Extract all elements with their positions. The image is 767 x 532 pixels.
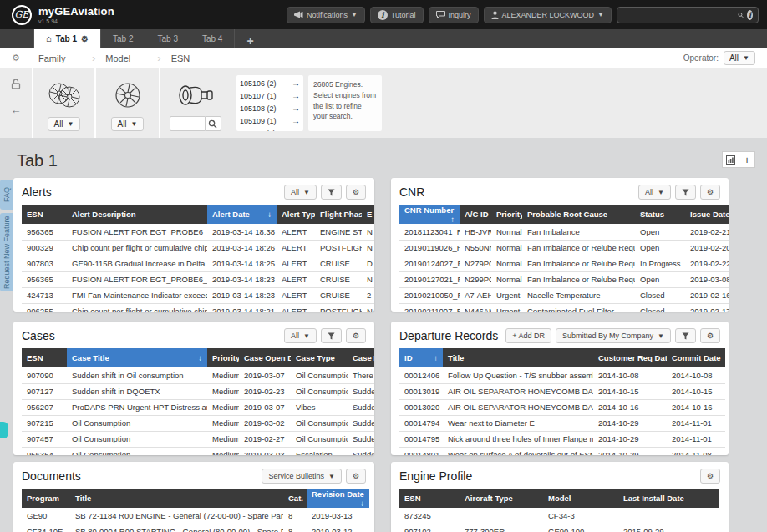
dr-settings-button[interactable]: ⚙: [700, 328, 720, 343]
chart-view-button[interactable]: [722, 151, 739, 168]
table-row[interactable]: 00013020AIR OIL SEPARATOR HONEYCOMB DAMA…: [399, 399, 725, 415]
table-row[interactable]: CF34-10ESB 80-0004 R00 STARTING - Genera…: [22, 524, 369, 532]
column-header[interactable]: Case Type: [291, 348, 348, 367]
table-row[interactable]: 956207ProDAPS PRN Urgent HPT Distress an…: [22, 399, 374, 415]
column-header[interactable]: E: [362, 205, 374, 224]
add-dr-button[interactable]: + Add DR: [505, 328, 551, 343]
dr-funnel-button[interactable]: [675, 328, 696, 343]
table-row[interactable]: 00014801Wear on surface A of dovetails o…: [399, 447, 725, 455]
model-select[interactable]: All ▼: [111, 117, 143, 131]
cases-settings-button[interactable]: ⚙: [346, 328, 366, 343]
select-esn-arrow-icon[interactable]: →: [292, 104, 300, 113]
tab-tab-4[interactable]: Tab 4: [190, 29, 235, 48]
column-header[interactable]: Model: [543, 489, 618, 508]
table-row[interactable]: 873245CF34-3: [399, 508, 719, 524]
table-row[interactable]: 906255Chip count per flight or cumulativ…: [22, 303, 374, 312]
column-header[interactable]: Title: [443, 348, 593, 367]
table-row[interactable]: 20181123041_Rev1HB-JVRNormalFan Imbalanc…: [399, 224, 729, 240]
alerts-funnel-button[interactable]: [321, 185, 342, 200]
table-row[interactable]: 907090Sudden shift in Oil consumptionMed…: [22, 367, 374, 383]
ge-logo[interactable]: GE: [12, 5, 32, 25]
tab-tab-2[interactable]: Tab 2: [101, 29, 145, 48]
table-row[interactable]: 00014795Nick around three holes of Inner…: [399, 431, 725, 447]
esn-list-item[interactable]: 105110 (2)→: [240, 127, 300, 131]
table-row[interactable]: 20190210050_Rev1A7-AEHUrgentNacelle Temp…: [399, 287, 729, 303]
column-header[interactable]: Alert Description: [67, 205, 207, 224]
esn-list-item[interactable]: 105108 (2)→: [240, 102, 300, 114]
table-row[interactable]: 956365FUSION ALERT FOR EGT_PROBE6_INDICA…: [22, 271, 374, 287]
dr-submitted-select[interactable]: Submitted By My Company▼: [556, 328, 671, 343]
operator-select[interactable]: All ▼: [724, 51, 755, 65]
column-header[interactable]: Alert Date↓: [207, 205, 277, 224]
table-row[interactable]: 20190124027_Rev1N279PQNormalFan Imbalanc…: [399, 256, 729, 271]
cnr-funnel-button[interactable]: [675, 185, 696, 200]
filter-settings-gear-icon[interactable]: ⚙: [0, 53, 32, 63]
inquiry-button[interactable]: Inquiry: [429, 7, 479, 23]
table-row[interactable]: 907215Oil ConsumptionMedium2019-03-02Oil…: [22, 415, 374, 431]
column-header[interactable]: Title: [70, 489, 283, 508]
column-header[interactable]: Alert Type: [277, 205, 315, 224]
table-row[interactable]: 907803GE90-115B Gradual Increase in Delt…: [22, 256, 374, 271]
esn-search-input[interactable]: [170, 116, 205, 131]
table-row[interactable]: GE90SB 72-1184 R00 ENGINE - General (72-…: [22, 508, 369, 524]
cases-filter-select[interactable]: All▼: [284, 328, 317, 343]
table-row[interactable]: 907127Sudden shift in DQOETXMedium2019-0…: [22, 383, 374, 399]
esn-list-item[interactable]: 105107 (1)→: [240, 89, 300, 102]
global-search-input[interactable]: [617, 10, 738, 19]
table-row[interactable]: 907102777-300ERGE90-1002015-09-29: [399, 524, 719, 532]
documents-type-select[interactable]: Service Bulletins▼: [262, 469, 341, 484]
cases-funnel-button[interactable]: [321, 328, 342, 343]
column-header[interactable]: ESN: [399, 489, 460, 508]
table-row[interactable]: 900329Chip count per flight or cumulativ…: [22, 240, 374, 256]
column-header[interactable]: Revision Date↓: [307, 489, 369, 508]
column-header[interactable]: Priority: [491, 205, 522, 224]
column-header[interactable]: Case Open Date: [239, 348, 291, 367]
column-header[interactable]: Flight Phase: [315, 205, 362, 224]
user-menu-button[interactable]: ALEXANDER LOCKWOOD ▼: [484, 7, 612, 23]
column-header[interactable]: ID↑: [399, 348, 443, 367]
alerts-settings-button[interactable]: ⚙: [346, 185, 366, 200]
table-row[interactable]: 00014794Wear next to Diameter E2014-10-2…: [399, 415, 725, 431]
notifications-button[interactable]: Notifications ▼: [287, 7, 365, 23]
unlock-icon[interactable]: [11, 79, 21, 92]
alerts-filter-select[interactable]: All▼: [284, 185, 317, 200]
tutorial-button[interactable]: i Tutorial: [370, 7, 424, 23]
column-header[interactable]: Case Title↓: [67, 348, 207, 367]
table-row[interactable]: 956365FUSION ALERT FOR EGT_PROBE6_INDICA…: [22, 224, 374, 240]
column-header[interactable]: CNR Number↑: [399, 205, 460, 224]
select-esn-arrow-icon[interactable]: →: [292, 91, 300, 100]
column-header[interactable]: Program: [22, 489, 70, 508]
tab-tab-1[interactable]: ⌂Tab 1⚙: [33, 29, 101, 48]
table-row[interactable]: 956354Oil ConsumptionMedium2019-03-03Esc…: [22, 447, 374, 455]
faq-side-tab[interactable]: FAQ: [0, 180, 13, 210]
cnr-filter-select[interactable]: All▼: [638, 185, 671, 200]
add-panel-button[interactable]: +: [739, 151, 755, 168]
column-header[interactable]: Issue Date: [685, 205, 729, 224]
table-row[interactable]: 00012406Follow Up Question - T/S snubber…: [399, 367, 725, 383]
select-esn-arrow-icon[interactable]: →: [292, 129, 300, 131]
engine-profile-settings-button[interactable]: ⚙: [700, 469, 720, 484]
esn-list-item[interactable]: 105109 (1)→: [240, 114, 300, 127]
feedback-widget-handle[interactable]: [0, 422, 8, 438]
esn-search-button[interactable]: [205, 116, 221, 131]
collapse-left-icon[interactable]: ←: [11, 104, 22, 116]
tab-tab-3[interactable]: Tab 3: [145, 29, 190, 48]
select-esn-arrow-icon[interactable]: →: [292, 79, 300, 88]
column-header[interactable]: Case De: [348, 348, 374, 367]
column-header[interactable]: Status: [635, 205, 685, 224]
table-row[interactable]: 20190127021_Rev1N299PQNormalFan Imbalanc…: [399, 271, 729, 287]
search-info-icon[interactable]: i: [747, 10, 753, 20]
column-header[interactable]: Cat.: [283, 489, 307, 508]
search-icon[interactable]: [738, 10, 744, 20]
esn-list-item[interactable]: 105106 (2)→: [240, 77, 300, 89]
cnr-settings-button[interactable]: ⚙: [700, 185, 720, 200]
table-row[interactable]: 00013019AIR OIL SEPARATOR HONEYCOMB DAMA…: [399, 383, 725, 399]
add-tab-button[interactable]: +: [235, 34, 265, 48]
column-header[interactable]: ESN: [22, 348, 67, 367]
family-select[interactable]: All ▼: [48, 117, 79, 131]
column-header[interactable]: Aircraft Type: [460, 489, 543, 508]
select-esn-arrow-icon[interactable]: →: [292, 116, 300, 125]
table-row[interactable]: 20190211007_Rev1N446AMUrgentContaminated…: [399, 303, 729, 312]
column-header[interactable]: Probable Root Cause: [522, 205, 635, 224]
column-header[interactable]: Last Install Date: [618, 489, 719, 508]
